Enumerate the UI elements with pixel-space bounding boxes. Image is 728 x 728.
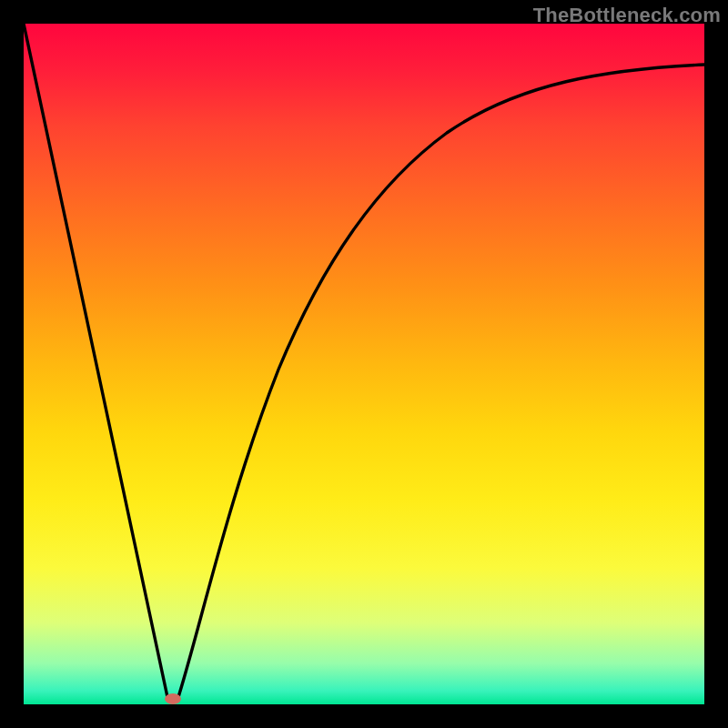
curve-path [24, 24, 704, 697]
plot-area [24, 24, 704, 704]
highlight-dot [165, 693, 181, 704]
watermark: TheBottleneck.com [533, 4, 721, 27]
bottleneck-curve [24, 24, 704, 704]
chart-frame: TheBottleneck.com [0, 0, 728, 728]
